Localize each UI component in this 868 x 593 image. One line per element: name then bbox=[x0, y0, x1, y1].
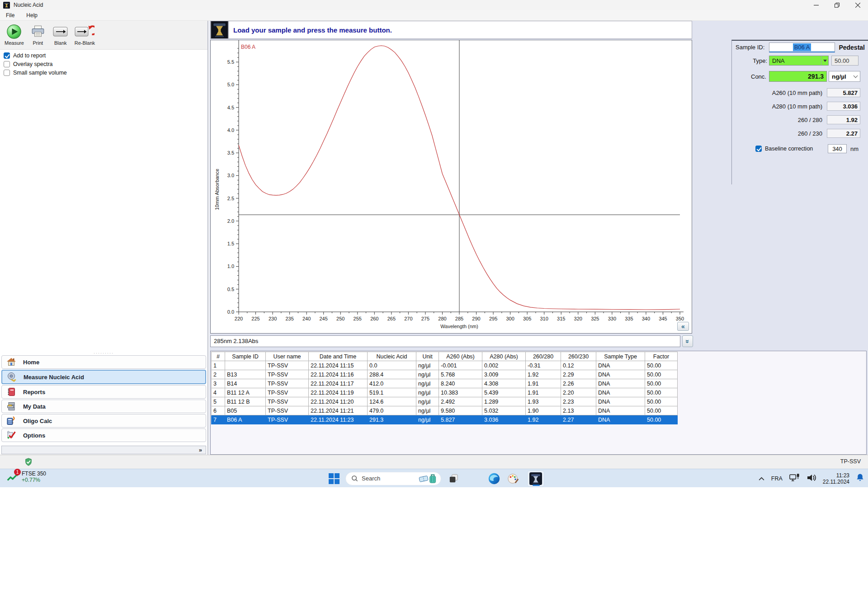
column-header[interactable]: A280 (Abs) bbox=[482, 352, 526, 361]
column-header[interactable]: Unit bbox=[416, 352, 439, 361]
clock[interactable]: 11:23 22.11.2024 bbox=[823, 472, 849, 485]
sidebar-item-label: Options bbox=[23, 432, 45, 439]
sidebar-item-measure-nucleic-acid[interactable]: Measure Nucleic Acid bbox=[1, 370, 206, 384]
column-header[interactable]: 260/230 bbox=[561, 352, 596, 361]
conc-label: Conc. bbox=[751, 73, 766, 80]
app-icon bbox=[3, 2, 10, 9]
notification-bell-icon[interactable] bbox=[856, 473, 864, 484]
svg-text:280: 280 bbox=[438, 316, 446, 321]
svg-text:4.0: 4.0 bbox=[227, 127, 234, 133]
sidebar-item-label: Measure Nucleic Acid bbox=[24, 374, 84, 381]
svg-text:5.0: 5.0 bbox=[227, 82, 234, 87]
sidebar-item-reports[interactable]: Reports bbox=[1, 385, 206, 399]
column-header[interactable]: Sample Type bbox=[596, 352, 645, 361]
app-window: Nucleic Acid File Help Measure Print bbox=[0, 0, 868, 469]
type-value: DNA bbox=[772, 57, 784, 64]
baseline-wavelength-field[interactable]: 340 bbox=[828, 144, 847, 153]
edge-browser-button[interactable] bbox=[487, 472, 501, 485]
svg-text:3.0: 3.0 bbox=[227, 173, 234, 178]
table-row[interactable]: 7B06 ATP-SSV22.11.2024 11:23291.3ng/µl5.… bbox=[212, 415, 678, 424]
svg-text:0.5: 0.5 bbox=[227, 287, 234, 292]
conc-unit-select[interactable]: ng/µl bbox=[829, 71, 860, 82]
column-header[interactable]: 260/280 bbox=[526, 352, 561, 361]
sidebar-item-label: Reports bbox=[23, 389, 45, 395]
splitter-grip[interactable]: ········· bbox=[0, 351, 208, 355]
svg-text:295: 295 bbox=[489, 316, 497, 321]
baseline-correction-checkbox[interactable]: Baseline correction bbox=[755, 146, 813, 152]
column-header[interactable]: A260 (Abs) bbox=[439, 352, 482, 361]
column-header[interactable]: Date and Time bbox=[309, 352, 368, 361]
column-header[interactable]: Factor bbox=[645, 352, 678, 361]
type-label: Type: bbox=[753, 57, 767, 64]
table-row[interactable]: 4B11 12 ATP-SSV22.11.2024 11:19519.1ng/µ… bbox=[212, 388, 678, 397]
table-row[interactable]: 3B14TP-SSV22.11.2024 11:17412.0ng/µl8.24… bbox=[212, 379, 678, 388]
sidebar-item-home[interactable]: Home bbox=[1, 355, 206, 369]
a280-label: A280 (10 mm path) bbox=[772, 103, 822, 110]
a260-label: A260 (10 mm path) bbox=[772, 89, 822, 96]
baseline-unit-label: nm bbox=[850, 146, 859, 152]
blank-button[interactable]: Blank bbox=[50, 23, 71, 47]
column-header[interactable]: User name bbox=[266, 352, 309, 361]
search-input[interactable]: Search bbox=[345, 472, 441, 485]
measure-tape-icon bbox=[6, 372, 17, 382]
menu-help[interactable]: Help bbox=[26, 12, 38, 19]
collapse-chart-button[interactable]: « bbox=[677, 322, 689, 331]
collapse-table-button[interactable]: » bbox=[682, 335, 693, 347]
svg-text:1.5: 1.5 bbox=[227, 241, 234, 246]
widgets-button[interactable]: 1 FTSE 350 +0.77% bbox=[6, 471, 46, 483]
svg-text:340: 340 bbox=[642, 316, 650, 321]
sidebar-collapse-bar[interactable]: » bbox=[1, 446, 206, 454]
language-indicator[interactable]: FRA bbox=[771, 475, 783, 482]
svg-text:1.0: 1.0 bbox=[227, 264, 234, 269]
sidebar-nav: Home Measure Nucleic Acid Reports My Dat… bbox=[1, 355, 206, 443]
nucleic-acid-app-icon bbox=[529, 472, 542, 485]
ratio-260-230-label: 260 / 230 bbox=[798, 130, 822, 137]
paint-app-button[interactable] bbox=[506, 472, 520, 485]
minimize-button[interactable] bbox=[806, 0, 826, 10]
spectrum-chart[interactable]: 2202252302352402452502552602652702752802… bbox=[210, 40, 692, 334]
ratio-260-280-value: 1.92 bbox=[827, 115, 860, 124]
tray-expand-chevron[interactable] bbox=[758, 475, 765, 483]
expand-icon: » bbox=[199, 448, 202, 452]
sidebar-item-options[interactable]: Options bbox=[1, 428, 206, 442]
checkbox-add-to-report[interactable]: Add to report bbox=[4, 52, 67, 59]
clock-time: 11:23 bbox=[823, 472, 849, 479]
table-row[interactable]: 2B13TP-SSV22.11.2024 11:16288.4ng/µl5.76… bbox=[212, 370, 678, 379]
results-table[interactable]: #Sample IDUser nameDate and TimeNucleic … bbox=[211, 352, 678, 424]
svg-text:260: 260 bbox=[370, 316, 378, 321]
checkbox-small-sample-volume[interactable]: Small sample volume bbox=[4, 70, 67, 76]
menu-file[interactable]: File bbox=[6, 12, 14, 19]
ratio-260-230-value: 2.27 bbox=[827, 129, 860, 138]
table-row[interactable]: 6B05TP-SSV22.11.2024 11:21479.0ng/µl9.58… bbox=[212, 406, 678, 415]
table-row[interactable]: 1TP-SSV22.11.2024 11:150.0ng/µl-0.0010.0… bbox=[212, 361, 678, 370]
restore-button[interactable] bbox=[826, 0, 847, 10]
task-view-button[interactable] bbox=[447, 472, 460, 485]
column-header[interactable]: Nucleic Acid bbox=[368, 352, 416, 361]
network-icon[interactable] bbox=[789, 473, 800, 484]
svg-text:345: 345 bbox=[659, 316, 667, 321]
close-button[interactable] bbox=[847, 0, 868, 10]
table-row[interactable]: 5B11 12 BTP-SSV22.11.2024 11:20124.6ng/µ… bbox=[212, 397, 678, 406]
sample-id-input[interactable]: B06 A bbox=[769, 42, 835, 52]
re-blank-button[interactable]: Re-Blank bbox=[73, 23, 97, 47]
measure-button[interactable]: Measure bbox=[3, 23, 26, 47]
re-blank-arrow-icon bbox=[75, 24, 94, 40]
column-header[interactable]: Sample ID bbox=[225, 352, 266, 361]
security-shield-icon bbox=[24, 458, 33, 466]
checkbox-overlay-spectra[interactable]: Overlay spectra bbox=[4, 61, 67, 67]
sidebar-item-my-data[interactable]: My Data bbox=[1, 400, 206, 413]
home-icon bbox=[6, 357, 17, 367]
start-button[interactable] bbox=[328, 473, 340, 485]
factor-field[interactable]: 50.00 bbox=[831, 56, 859, 66]
volume-icon[interactable] bbox=[807, 474, 816, 484]
svg-text:4.5: 4.5 bbox=[227, 105, 234, 110]
type-select[interactable]: DNA bbox=[769, 56, 829, 66]
nucleic-acid-app-button[interactable] bbox=[527, 471, 544, 487]
sidebar-item-oligo-calc[interactable]: Oligo Calc bbox=[1, 414, 206, 428]
svg-text:B06 A: B06 A bbox=[241, 44, 255, 50]
conc-unit-value: ng/µl bbox=[832, 73, 846, 80]
print-button[interactable]: Print bbox=[28, 23, 48, 47]
column-header[interactable]: # bbox=[212, 352, 225, 361]
a260-value: 5.827 bbox=[827, 88, 860, 97]
checkbox-label: Overlay spectra bbox=[13, 61, 53, 67]
